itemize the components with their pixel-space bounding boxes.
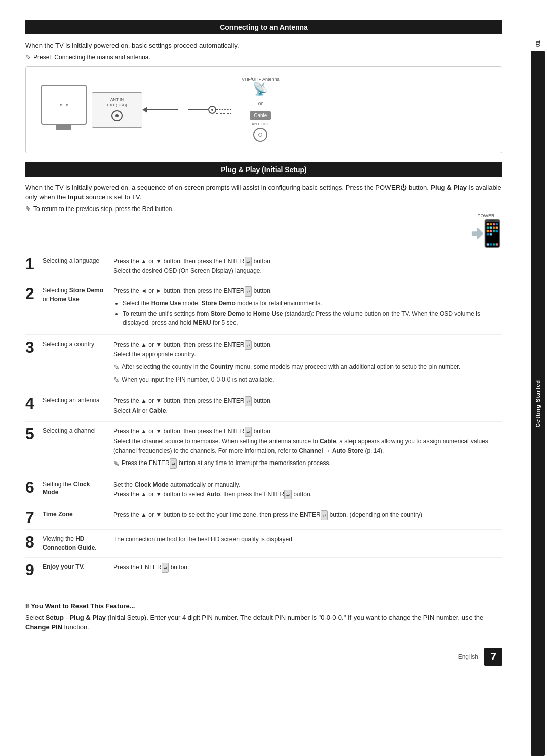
reset-title: If You Want to Reset This Feature... [25,602,502,610]
step-num-1: 1 [25,251,41,281]
step-content-7: Press the ▲ or ▼ button to select the yo… [111,505,502,530]
step-label-9: Enjoy your TV. [41,557,111,582]
arrow-head [142,107,147,113]
step-content-6: Set the Clock Mode automatically or manu… [111,475,502,505]
arrow-left [142,107,178,113]
enter-symbol-6: ↵ [284,490,292,500]
cable-connector-line [188,106,231,114]
step-content-3: Press the ▲ or ▼ button, then press the … [111,334,502,391]
ant-in-label: ANT IN [110,97,124,102]
antenna-diagram: ANT IN EXT (USB) [25,66,502,153]
step-row-8: 8 Viewing the HDConnection Guide. The co… [25,530,502,558]
reset-text: Select Setup - Plug & Play (Initial Setu… [25,613,502,633]
step-num-4: 4 [25,391,41,422]
note-icon-5: ✎ [113,458,120,469]
cable-dashed [216,109,231,110]
vhf-antenna: VHF/UHF Antenna 📡 [242,77,280,95]
step-num-7: 7 [25,505,41,530]
connector-circle [111,110,123,121]
power-hand-icon: 📲 [470,220,502,246]
or-divider: or [258,100,263,106]
cable-plug [208,106,216,114]
chapter-title: Getting Started [535,380,541,427]
power-label: POWER [470,213,502,218]
footer-language: English [458,653,478,660]
plug-play-section: Plug & Play (Initial Setup) When the TV … [25,162,502,582]
page-wrapper: Connecting to an Antenna When the TV is … [0,0,547,756]
antenna-section-header: Connecting to an Antenna [25,20,502,34]
side-tab: 01 Getting Started [528,0,547,756]
enter-symbol-3: ↵ [245,340,252,350]
step-row-4: 4 Selecting an antenna Press the ▲ or ▼ … [25,391,502,422]
step-label-8: Viewing the HDConnection Guide. [41,530,111,558]
enter-symbol-5b: ↵ [170,458,177,469]
antenna-diagram-inner: ANT IN EXT (USB) [41,77,487,143]
ext-usb-label: EXT (USB) [107,103,127,107]
step-3-note-2: ✎ When you input the PIN number, 0-0-0-0… [113,375,500,386]
steps-table: 1 Selecting a language Press the ▲ or ▼ … [25,251,502,582]
plug-play-header: Plug & Play (Initial Setup) [25,162,502,177]
step-content-4: Press the ▲ or ▼ button, then press the … [111,391,502,422]
cable-plug-dot [211,109,213,111]
cable-middle [188,106,231,114]
step-row-9: 9 Enjoy your TV. Press the ENTER↵ button… [25,557,502,582]
step-5-note: ✎ Press the ENTER↵ button at any time to… [113,458,500,469]
step-num-9: 9 [25,557,41,582]
tv-dots [60,104,68,106]
connector-dot [115,114,119,117]
step-label-3: Selecting a country [41,334,111,391]
step-num-6: 6 [25,475,41,505]
step-label-1: Selecting a language [41,251,111,281]
ant-out-area: ANT OUT [252,122,269,143]
enter-symbol-4: ↵ [245,396,252,406]
power-hand-image: POWER 📲 [470,213,502,246]
cable-line-1 [188,109,208,110]
tv-dot-2 [66,104,68,106]
cable-option: Cable ANT OUT [250,111,271,143]
step-3-note-1-text: After selecting the country in the Count… [122,362,460,372]
step-3-note-1: ✎ After selecting the country in the Cou… [113,362,500,373]
step-row-3: 3 Selecting a country Press the ▲ or ▼ b… [25,334,502,391]
cable-label: Cable [250,111,271,120]
step-2-bullet-2: To return the unit's settings from Store… [123,309,500,327]
cable-socket [253,128,267,142]
step-content-8: The connection method for the best HD sc… [111,530,502,558]
step-label-6: Setting the ClockMode [41,475,111,505]
step-label-5: Selecting a channel [41,422,111,475]
step-num-5: 5 [25,422,41,475]
reset-section: If You Want to Reset This Feature... Sel… [25,595,502,633]
step-2-bullet-1: Select the Home Use mode. Store Demo mod… [123,299,500,308]
step-label-2: Selecting Store Demoor Home Use [41,281,111,335]
step-content-2: Press the ◄ or ► button, then press the … [111,281,502,335]
step-label-7: Time Zone [41,505,111,530]
step-num-8: 8 [25,530,41,558]
antenna-intro: When the TV is initially powered on, bas… [25,40,502,51]
antenna-section: Connecting to an Antenna When the TV is … [25,20,502,153]
step-row-6: 6 Setting the ClockMode Set the Clock Mo… [25,475,502,505]
chapter-number: 01 [535,40,541,47]
step-2-bullets: Select the Home Use mode. Store Demo mod… [113,299,500,327]
antenna-note: ✎ Preset: Connecting the mains and anten… [25,54,502,61]
tv-dot-1 [60,104,62,106]
plug-play-intro: When the TV is initially powered on, a s… [25,183,502,202]
step-content-1: Press the ▲ or ▼ button, then press the … [111,251,502,281]
note-icon-3b: ✎ [113,374,120,386]
enter-symbol-7: ↵ [321,510,328,520]
step-row-2: 2 Selecting Store Demoor Home Use Press … [25,281,502,335]
antenna-symbol: 📡 [253,83,268,95]
step-num-3: 3 [25,334,41,391]
step-content-9: Press the ENTER↵ button. [111,557,502,582]
step-content-5: Press the ▲ or ▼ button, then press the … [111,422,502,475]
note-icon-2: ✎ [25,205,31,213]
antenna-options: VHF/UHF Antenna 📡 or Cable ANT OUT [242,77,280,143]
step-row-7: 7 Time Zone Press the ▲ or ▼ button to s… [25,505,502,530]
note-icon: ✎ [25,53,31,61]
vhf-label: VHF/UHF Antenna [242,77,280,82]
enter-symbol-9: ↵ [162,563,169,573]
arrow-line [147,109,178,110]
step-num-2: 2 [25,281,41,335]
plug-play-note: ✎ To return to the previous step, press … [25,205,502,213]
tv-stand [56,125,71,130]
step-row-5: 5 Selecting a channel Press the ▲ or ▼ b… [25,422,502,475]
connector-box: ANT IN EXT (USB) [92,92,142,128]
